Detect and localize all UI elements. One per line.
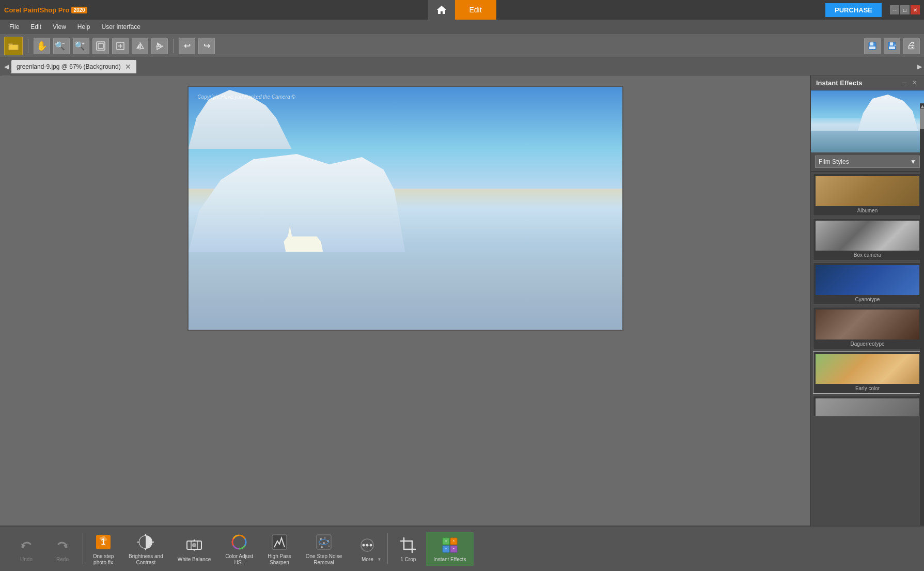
one-step-fix-label: One stepphoto fix [93,553,114,566]
fit-image-button[interactable] [112,38,129,54]
effect-boxcamera-thumb [816,221,919,251]
toolbar: ✋ 🔍− 🔍+ ↩ ↪ [0,34,924,58]
svg-text:+: + [894,43,896,47]
pan-tool-button[interactable]: ✋ [34,38,50,54]
edit-tab[interactable]: Edit [455,0,496,20]
high-pass-sharpen-button[interactable]: High PassSharpen [260,529,299,569]
crop-label: 1 Crop [400,557,416,563]
open-folder-button[interactable] [4,37,23,55]
panel-close-button[interactable]: ✕ [911,79,919,87]
svg-rect-15 [869,47,875,49]
effect-earlycolor-thumb [816,354,919,384]
app-brand-corel: Corel [4,6,21,14]
effects-dropdown[interactable]: Film Styles ▼ [815,156,920,168]
preview-water [811,131,924,152]
main-content: Copyright Have you Packed the Camera © I… [0,75,924,526]
effect-daguerreotype[interactable]: Daguerreotype [813,307,922,349]
more-dropdown-arrow: ▼ [377,557,381,562]
one-step-fix-button[interactable]: 1 One stepphoto fix [85,529,121,569]
app-brand-name: PaintShop Pro [23,6,70,14]
effect-partial[interactable] [813,396,922,416]
fit-window-button[interactable] [92,38,109,54]
panel-controls: ─ ✕ [900,79,919,87]
canvas-container: Copyright Have you Packed the Camera © [187,86,623,331]
redo-toolbar-button[interactable]: ↪ [198,38,215,54]
folder-icon [8,41,19,51]
effect-cyanotype-thumb [816,265,919,295]
restore-button[interactable]: □ [900,5,910,14]
tab-close-button[interactable]: ✕ [125,63,131,71]
undo-toolbar-button[interactable]: ↩ [179,38,195,54]
svg-marker-10 [157,42,162,45]
flip-button[interactable] [151,38,168,54]
save-as-button[interactable]: + [884,38,900,54]
undo-button[interactable]: Undo [8,532,44,566]
svg-point-47 [370,544,372,546]
dropdown-arrow: ▼ [910,158,916,165]
panel-title: Instant Effects [816,79,863,87]
current-tab[interactable]: greenland-9.jpg @ 67% (Background) ✕ [11,60,136,73]
minimize-button[interactable]: ─ [890,5,899,14]
undo-label: Undo [20,557,33,563]
home-tab[interactable] [428,0,455,20]
flip-icon [155,41,164,51]
tab-left-arrow[interactable]: ◀ [2,58,10,75]
save-icon [868,41,877,51]
dropdown-label: Film Styles [819,158,849,165]
redo-button[interactable]: Redo [44,532,81,566]
one-step-noise-button[interactable]: One Step NoiseRemoval [299,529,350,569]
save-button[interactable] [864,38,881,54]
print-button[interactable]: 🖨 [903,38,920,54]
effect-early-color[interactable]: Early color [813,351,922,394]
color-adjust-hsl-button[interactable]: Color AdjustHSL [218,529,260,569]
toolbar-separator-2 [173,39,174,53]
crop-button[interactable]: 1 Crop [390,532,426,566]
one-step-noise-icon [314,532,334,552]
app-logo: Corel PaintShop Pro 2020 [4,6,87,14]
menubar: File Edit View Help User Interface [0,20,924,34]
svg-rect-3 [9,45,18,50]
window-controls: ─ □ ✕ [890,5,920,14]
tabbar: ◀ greenland-9.jpg @ 67% (Background) ✕ ▶ [0,58,924,75]
instant-effects-button[interactable]: Instant Effects [426,532,473,566]
more-button[interactable]: More ▼ [349,532,385,566]
one-step-fix-icon: 1 [93,532,113,552]
titlebar-right: PURCHASE ─ □ ✕ [825,3,920,17]
close-button[interactable]: ✕ [911,5,920,14]
svg-marker-9 [140,43,144,49]
svg-point-38 [324,537,326,538]
app-brand: Corel PaintShop Pro [4,6,69,14]
menu-view[interactable]: View [48,22,71,32]
effect-cyanotype[interactable]: Cyanotype [813,263,922,305]
color-adjust-hsl-label: Color AdjustHSL [225,553,253,566]
purchase-button[interactable]: PURCHASE [825,3,882,17]
svg-point-41 [323,542,325,544]
panel-minimize-button[interactable]: ─ [900,79,909,87]
fit-window-icon [96,41,105,51]
menu-edit[interactable]: Edit [25,22,46,32]
menu-help[interactable]: Help [72,22,96,32]
zoom-out-button[interactable]: 🔍− [53,38,70,54]
undo-icon [17,535,36,555]
effect-earlycolor-label: Early color [816,385,919,391]
water-area [189,237,622,330]
more-label: More [362,557,373,563]
effect-albumen[interactable]: Albumen [813,174,922,216]
menu-user-interface[interactable]: User Interface [97,22,146,32]
brightness-contrast-button[interactable]: Brightness andContrast [121,529,170,569]
effect-cyanotype-label: Cyanotype [816,297,919,302]
tab-right-arrow[interactable]: ▶ [917,63,922,70]
svg-rect-5 [98,43,103,49]
svg-marker-7 [136,43,139,49]
effect-albumen-label: Albumen [816,208,919,213]
menu-file[interactable]: File [4,22,24,32]
effects-dropdown-container: Film Styles ▼ [811,152,924,172]
tab-title: greenland-9.jpg @ 67% (Background) [17,63,121,70]
svg-marker-12 [157,47,162,50]
mirror-button[interactable] [132,38,148,54]
white-balance-icon [184,535,204,555]
effect-box-camera[interactable]: Box camera [813,218,922,260]
white-balance-button[interactable]: White Balance [170,532,218,566]
zoom-in-button[interactable]: 🔍+ [73,38,89,54]
svg-rect-17 [890,42,893,45]
